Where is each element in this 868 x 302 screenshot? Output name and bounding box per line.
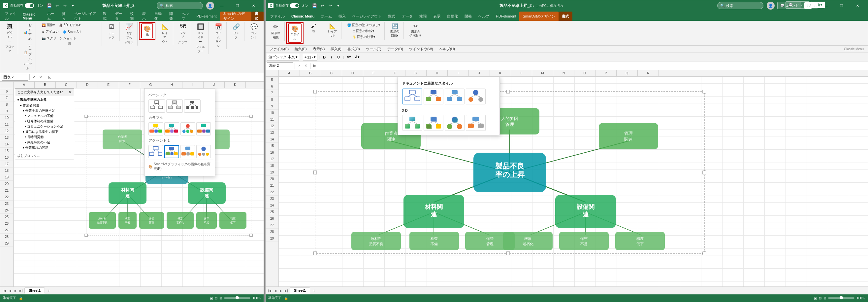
right-row-29[interactable]: 29: [266, 235, 278, 242]
left-row-7[interactable]: 7: [0, 95, 13, 102]
left-add-sheet-btn[interactable]: +: [45, 287, 52, 294]
right-row-23[interactable]: 23: [266, 196, 278, 202]
right-col-Q[interactable]: Q: [617, 70, 638, 76]
right-tab-shoshiki[interactable]: 書式: [559, 11, 572, 21]
right-nav-next[interactable]: ▶: [278, 288, 283, 294]
left-btn-color[interactable]: 🎨 色: [141, 24, 153, 38]
right-row-19[interactable]: 19: [266, 169, 278, 176]
right-row-27[interactable]: 27: [266, 222, 278, 229]
right-btn-style[interactable]: 🎨 スタイル: [288, 24, 302, 43]
right-menu-data[interactable]: データ(D): [385, 46, 406, 52]
right-tab-pdf[interactable]: PDFelement: [493, 11, 519, 21]
right-smartart-diagram[interactable]: 製品不良 率の上昇 材料関 連 設備関 連 作業者 関連: [312, 90, 708, 255]
right-col-D[interactable]: D: [342, 70, 363, 76]
right-row-22[interactable]: 22: [266, 189, 278, 196]
right-col-I[interactable]: I: [448, 70, 469, 76]
left-btn-image[interactable]: 🌄画像▾: [40, 22, 56, 28]
right-cancel-formula-icon[interactable]: ✕: [303, 63, 309, 69]
left-btn-3dmodel[interactable]: 🗿3D モデル▾: [57, 22, 82, 28]
right-col-M[interactable]: M: [532, 70, 553, 76]
right-text-color-btn[interactable]: A▾: [354, 54, 361, 60]
left-formula-input[interactable]: [54, 74, 262, 81]
left-btn-pivot[interactable]: 📊 おすすめ: [22, 22, 33, 42]
left-tab-dev[interactable]: 開発: [166, 11, 178, 21]
right-bold-btn[interactable]: B: [321, 55, 328, 60]
right-thumb-recommend-2[interactable]: [424, 88, 443, 104]
left-row-24[interactable]: 24: [0, 207, 13, 214]
right-formula-input[interactable]: [319, 62, 866, 69]
left-tab-help[interactable]: ヘルプ: [178, 11, 193, 21]
left-row-21[interactable]: 21: [0, 187, 13, 194]
user-avatar[interactable]: 👤: [206, 2, 214, 9]
left-row-20[interactable]: 20: [0, 181, 13, 187]
left-thumb-accent1-2[interactable]: [164, 145, 179, 158]
right-col-H[interactable]: H: [427, 70, 448, 76]
text-pane-close[interactable]: ✕: [69, 90, 72, 94]
left-col-I[interactable]: I: [182, 82, 204, 88]
right-col-B[interactable]: B: [300, 70, 321, 76]
left-corner[interactable]: [0, 82, 13, 88]
right-more-quick-btn[interactable]: ▾: [335, 2, 341, 9]
right-row-9[interactable]: 9: [266, 103, 278, 110]
right-thumb-recommend-4[interactable]: [466, 88, 486, 104]
right-nav-first[interactable]: |◀: [267, 288, 272, 294]
right-row-25[interactable]: 25: [266, 209, 278, 215]
right-btn-layout[interactable]: 📐 レイアウト: [326, 22, 339, 39]
left-row-27[interactable]: 27: [0, 227, 13, 234]
right-tab-data[interactable]: データ: [399, 11, 416, 21]
right-tab-dev[interactable]: 開発: [461, 11, 475, 21]
right-menu-format[interactable]: 書式(O): [345, 46, 363, 52]
left-thumb-accent1-3[interactable]: [181, 145, 195, 158]
right-col-G[interactable]: G: [405, 70, 427, 76]
left-view-normal-icon[interactable]: ▣: [210, 296, 213, 300]
right-btn-rotate[interactable]: 🔄 図形の回転▾: [389, 22, 401, 39]
right-menu-file[interactable]: ファイル(F): [267, 46, 291, 52]
left-btn-slicer[interactable]: 🔲 スライサー: [195, 22, 207, 45]
left-btn-map[interactable]: 🗺 マップ: [177, 22, 189, 40]
left-btn-smartart[interactable]: 🔷SmartArt: [61, 29, 82, 35]
right-tab-file[interactable]: ファイル: [267, 11, 288, 21]
right-menu-tools[interactable]: ツール(T): [363, 46, 384, 52]
right-autosave-toggle[interactable]: [290, 3, 299, 8]
left-check-formula-icon[interactable]: ✓: [31, 74, 37, 80]
right-tab-review[interactable]: 校閲: [416, 11, 430, 21]
right-col-C[interactable]: C: [321, 70, 342, 76]
right-thumb-recommend-3[interactable]: [445, 88, 465, 104]
left-row-11[interactable]: 11: [0, 121, 13, 128]
left-thumb-basic-1[interactable]: [149, 100, 165, 113]
right-col-N[interactable]: N: [553, 70, 575, 76]
right-row-17[interactable]: 17: [266, 156, 278, 163]
right-menu-view[interactable]: 表示(V): [310, 46, 328, 52]
left-zoom-slider[interactable]: [224, 297, 250, 299]
right-nav-last[interactable]: ▶|: [284, 288, 289, 294]
right-font-dropdown[interactable]: 游ゴシック 本文 ▾: [267, 54, 299, 60]
left-thumb-colorful-1[interactable]: [149, 122, 163, 135]
left-col-E[interactable]: E: [98, 82, 119, 88]
left-btn-link[interactable]: 🔗 リンク: [230, 22, 242, 40]
left-btn-graph-rec[interactable]: 📈 おすすめ: [123, 22, 135, 40]
left-row-12[interactable]: 12: [0, 128, 13, 135]
right-view-preview-icon[interactable]: ⊞: [824, 296, 826, 300]
left-tab-auto[interactable]: 自動化: [151, 11, 166, 21]
left-col-B[interactable]: B: [35, 82, 56, 88]
left-row-29[interactable]: 29: [0, 240, 13, 247]
left-tab-file[interactable]: ファイル: [2, 11, 20, 21]
right-row-20[interactable]: 20: [266, 176, 278, 183]
right-row-11[interactable]: 11: [266, 116, 278, 123]
left-nav-prev[interactable]: ◀: [7, 288, 12, 294]
left-tab-classic-menu[interactable]: Classic Menu: [20, 11, 44, 21]
right-col-J[interactable]: J: [469, 70, 490, 76]
left-tab-view[interactable]: 表示: [139, 11, 151, 21]
right-btn-color[interactable]: 🖌 色: [308, 22, 319, 34]
left-btn-screenshot[interactable]: 📷スクリーンショット: [40, 35, 78, 41]
right-btn-outline[interactable]: □ 図形の枠線▾: [351, 28, 376, 34]
left-thumb-accent1-4[interactable]: [196, 145, 211, 158]
right-row-28[interactable]: 28: [266, 229, 278, 235]
right-add-sheet-btn[interactable]: +: [311, 287, 317, 294]
right-fill-color-btn[interactable]: A▾: [345, 54, 352, 60]
left-row-6[interactable]: 6: [0, 88, 13, 95]
left-col-H[interactable]: H: [161, 82, 182, 88]
left-btn-comment2[interactable]: 💬 コメント: [248, 22, 260, 40]
left-col-A[interactable]: A: [13, 82, 35, 88]
right-tab-insert[interactable]: 挿入: [335, 11, 349, 21]
